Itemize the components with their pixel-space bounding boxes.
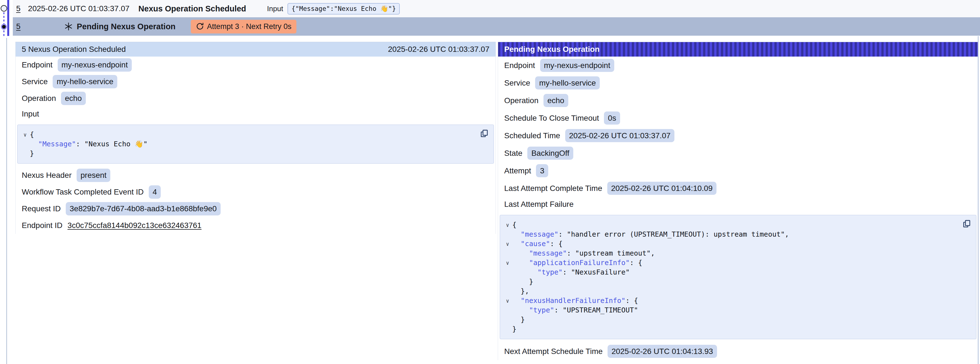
event-detail-panels: 5 Nexus Operation Scheduled 2025-02-26 U…	[15, 42, 978, 360]
endpoint-id-link[interactable]: 3c0c75ccfa8144b092c13ce632463761	[67, 221, 201, 230]
field-value-badge: 3e829b7e-7d67-4b08-aad3-b1e868bfe9e0	[66, 202, 221, 216]
event-timestamp: 2025-02-26 UTC 01:03:37.07	[28, 4, 129, 13]
field-row: Servicemy-hello-service	[22, 73, 490, 90]
collapse-chevron-icon[interactable]: ∨	[503, 239, 512, 249]
code-line: ∨ "applicationFailureInfo": {	[503, 258, 959, 268]
event-row-nexus-operation-scheduled[interactable]: 5 2025-02-26 UTC 01:03:37.07 Nexus Opera…	[13, 0, 980, 17]
code-line: ∨ "nexusHandlerFailureInfo": {	[503, 296, 959, 305]
field-row: Endpointmy-nexus-endpoint	[504, 57, 972, 74]
field-label: Service	[504, 78, 530, 88]
field-value-badge: my-nexus-endpoint	[540, 59, 614, 72]
collapse-chevron-icon[interactable]: ∨	[503, 296, 512, 305]
code-line: ∨ "cause": {	[503, 239, 959, 249]
pending-operation-panel: Pending Nexus Operation Endpointmy-nexus…	[498, 42, 978, 360]
timeline-rail	[0, 0, 13, 39]
event-id-link[interactable]: 5	[16, 22, 21, 31]
retry-badge-label: Attempt 3 · Next Retry 0s	[207, 22, 291, 31]
timeline-connector-line	[6, 38, 7, 364]
code-text: "type": "NexusFailure"	[512, 268, 630, 277]
pending-title-group: Pending Nexus Operation	[64, 22, 176, 31]
code-gutter	[503, 315, 512, 324]
code-text: "Message": "Nexus Echo 👋"	[30, 139, 148, 149]
failure-section-label: Last Attempt Failure	[498, 197, 978, 212]
code-text: "message": "upstream timeout",	[512, 249, 655, 258]
copy-button[interactable]	[962, 219, 972, 229]
code-line: }	[503, 324, 959, 334]
field-value-badge: present	[76, 169, 110, 182]
code-gutter	[503, 305, 512, 315]
field-label: Scheduled Time	[504, 131, 560, 140]
field-label: State	[504, 149, 522, 158]
field-label: Endpoint ID	[22, 221, 62, 230]
code-line: "message": "upstream timeout",	[503, 249, 959, 258]
code-text: {	[512, 220, 517, 230]
right-panel-footer-fields: Next Attempt Schedule Time2025-02-26 UTC…	[498, 343, 978, 360]
right-panel-fields: Endpointmy-nexus-endpointServicemy-hello…	[498, 57, 978, 197]
code-line: "Message": "Nexus Echo 👋"	[20, 139, 477, 149]
copy-button[interactable]	[479, 129, 489, 139]
field-value-badge: 3	[536, 164, 548, 177]
field-label: Endpoint	[22, 61, 52, 69]
failure-json-code: ∨{ "message": "handler error (UPSTREAM_T…	[503, 220, 959, 334]
field-row: Last Attempt Complete Time2025-02-26 UTC…	[504, 179, 972, 197]
left-panel-header: 5 Nexus Operation Scheduled 2025-02-26 U…	[16, 42, 496, 57]
field-label: Endpoint	[504, 61, 535, 70]
code-text: "applicationFailureInfo": {	[512, 258, 643, 268]
input-section-label: Input	[16, 107, 496, 121]
collapse-chevron-icon[interactable]: ∨	[503, 220, 512, 230]
event-title: Nexus Operation Scheduled	[138, 4, 246, 13]
field-label: Request ID	[22, 204, 61, 213]
code-line: "type": "UPSTREAM_TIMEOUT"	[503, 305, 959, 315]
collapse-chevron-icon[interactable]: ∨	[503, 258, 512, 268]
code-text: {	[30, 130, 34, 139]
retry-refresh-icon	[196, 22, 204, 31]
code-gutter	[503, 268, 512, 277]
field-row: Nexus Headerpresent	[22, 167, 490, 184]
code-text: }	[512, 315, 525, 324]
code-line: }	[503, 277, 959, 287]
field-value-badge: my-hello-service	[52, 75, 117, 88]
code-line: ∨{	[503, 220, 959, 230]
field-row: Attempt3	[504, 162, 972, 179]
code-gutter	[503, 324, 512, 334]
code-text: }	[512, 277, 533, 287]
input-label: Input	[267, 5, 283, 13]
failure-json-viewer: ∨{ "message": "handler error (UPSTREAM_T…	[500, 215, 976, 339]
code-gutter	[503, 277, 512, 287]
code-gutter	[503, 230, 512, 239]
code-line: "type": "NexusFailure"	[503, 268, 959, 277]
field-label: Last Attempt Complete Time	[504, 184, 602, 193]
field-label: Operation	[504, 96, 538, 105]
code-line: }	[503, 315, 959, 324]
code-text: }	[512, 324, 517, 334]
field-label: Attempt	[504, 166, 531, 175]
field-value-badge: my-nexus-endpoint	[58, 58, 132, 72]
code-gutter	[503, 287, 512, 296]
field-value-badge: 2025-02-26 UTC 01:04:10.09	[607, 182, 716, 195]
field-value-badge: 2025-02-26 UTC 01:03:37.07	[565, 129, 675, 142]
collapse-chevron-icon[interactable]: ∨	[20, 130, 30, 139]
field-row: Endpoint ID3c0c75ccfa8144b092c13ce632463…	[22, 217, 490, 234]
input-json-code: ∨{ "Message": "Nexus Echo 👋"}	[20, 130, 477, 158]
field-label: Service	[22, 77, 48, 86]
code-line: ∨{	[20, 130, 477, 139]
code-text: "type": "UPSTREAM_TIMEOUT"	[512, 305, 638, 315]
input-json-viewer: ∨{ "Message": "Nexus Echo 👋"}	[17, 125, 494, 164]
field-row: Workflow Task Completed Event ID4	[22, 184, 490, 200]
right-panel-title: Pending Nexus Operation	[504, 45, 600, 54]
field-row: Endpointmy-nexus-endpoint	[22, 57, 490, 73]
input-payload-chip: {"Message":"Nexus Echo 👋"}	[288, 3, 400, 14]
retry-status-badge: Attempt 3 · Next Retry 0s	[191, 20, 296, 34]
code-line: }	[20, 149, 477, 158]
left-panel-timestamp: 2025-02-26 UTC 01:03:37.07	[388, 45, 490, 54]
field-value-badge: 0s	[604, 112, 620, 125]
field-row: Scheduled Time2025-02-26 UTC 01:03:37.07	[504, 127, 972, 144]
field-row: Operationecho	[504, 92, 972, 109]
scroll-track	[978, 36, 978, 364]
event-row-pending-nexus-operation[interactable]: 5 Pending Nexus Operation Attempt 3 · Ne…	[13, 17, 980, 36]
field-label: Workflow Task Completed Event ID	[22, 188, 144, 196]
field-value-badge: 4	[149, 185, 161, 199]
code-line: },	[503, 287, 959, 296]
field-row: Servicemy-hello-service	[504, 74, 972, 92]
event-id-link[interactable]: 5	[16, 4, 21, 13]
